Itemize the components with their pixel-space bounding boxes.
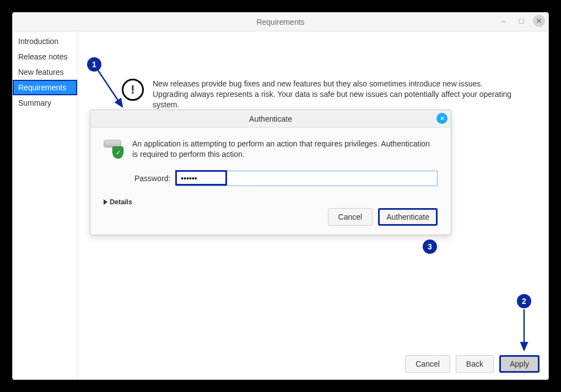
dialog-title: Authenticate [249,115,292,123]
password-input[interactable] [176,171,438,186]
annotation-2: 2 [517,294,531,308]
maximize-button[interactable]: □ [515,15,527,27]
sidebar-item-new-features[interactable]: New features [13,64,77,80]
apply-button[interactable]: Apply [499,355,540,373]
warning-icon: ! [122,79,144,101]
sidebar-item-summary[interactable]: Summary [13,95,77,111]
minimize-button[interactable]: – [498,15,510,27]
dialog-titlebar: Authenticate ✕ [90,110,451,128]
annotation-3: 3 [423,239,437,254]
titlebar: Requirements – □ ✕ [13,13,548,31]
triangle-right-icon [104,199,107,205]
password-label: Password: [134,174,170,183]
key-shield-icon: ✓ [104,139,123,159]
footer-buttons: Cancel Back Apply [405,355,540,373]
window-controls: – □ ✕ [498,15,545,27]
close-button[interactable]: ✕ [533,15,545,27]
annotation-1: 1 [87,57,101,72]
authenticate-button[interactable]: Authenticate [378,208,438,226]
dialog-close-button[interactable]: ✕ [436,113,447,124]
details-expander[interactable]: Details [104,198,438,206]
window-title: Requirements [256,18,304,26]
warning-text: New releases provide bug fixes and new f… [153,79,516,110]
sidebar-item-release-notes[interactable]: Release notes [13,49,77,64]
back-button[interactable]: Back [456,355,494,373]
details-label: Details [110,198,132,206]
sidebar: Introduction Release notes New features … [13,31,78,379]
sidebar-item-introduction[interactable]: Introduction [13,34,77,49]
cancel-button[interactable]: Cancel [405,355,450,373]
sidebar-item-requirements[interactable]: Requirements [13,80,77,95]
dialog-cancel-button[interactable]: Cancel [328,208,373,226]
authenticate-dialog: Authenticate ✕ ✓ An application is attem… [90,110,451,235]
dialog-message: An application is attempting to perform … [132,139,438,160]
